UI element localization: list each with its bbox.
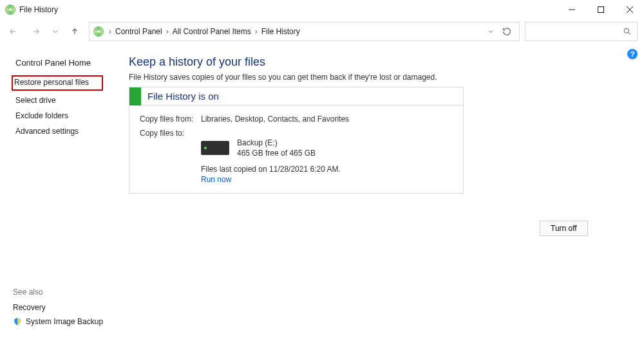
- sidebar-home[interactable]: Control Panel Home: [13, 55, 122, 70]
- drive-name: Backup (E:): [237, 138, 316, 148]
- breadcrumb-control-panel[interactable]: Control Panel: [113, 27, 165, 36]
- main-content: Keep a history of your files File Histor…: [122, 44, 644, 339]
- search-input[interactable]: [525, 22, 638, 41]
- close-button[interactable]: [615, 0, 644, 19]
- copy-to-label: Copy files to:: [140, 129, 201, 138]
- svg-point-7: [624, 28, 629, 33]
- window-title: File History: [19, 5, 58, 14]
- address-chevron-icon[interactable]: [483, 28, 498, 35]
- address-icon: [93, 26, 104, 37]
- run-now-link[interactable]: Run now: [201, 175, 453, 184]
- navigation-row: › Control Panel › All Control Panel Item…: [0, 19, 644, 44]
- up-button[interactable]: [66, 23, 84, 41]
- breadcrumb-all-items[interactable]: All Control Panel Items: [170, 27, 254, 36]
- chevron-right-icon: ›: [254, 27, 259, 36]
- forward-button[interactable]: [27, 23, 45, 41]
- page-title: Keep a history of your files: [129, 55, 629, 69]
- file-history-icon: [5, 5, 15, 15]
- minimize-button[interactable]: [557, 0, 586, 19]
- address-bar[interactable]: › Control Panel › All Control Panel Item…: [89, 22, 520, 41]
- chevron-right-icon: ›: [165, 27, 170, 36]
- breadcrumb-file-history[interactable]: File History: [259, 27, 303, 36]
- sidebar-exclude-folders[interactable]: Exclude folders: [13, 109, 122, 123]
- highlight-restore-files: Restore personal files: [12, 75, 103, 91]
- refresh-button[interactable]: [498, 27, 515, 36]
- copy-from-label: Copy files from:: [140, 115, 201, 124]
- see-also-system-image-backup[interactable]: System Image Backup: [13, 315, 103, 329]
- copy-from-value: Libraries, Desktop, Contacts, and Favori…: [201, 115, 349, 124]
- drive-icon: [201, 141, 229, 155]
- back-button[interactable]: [4, 23, 22, 41]
- see-also-recovery-label: Recovery: [13, 303, 46, 312]
- search-icon: [623, 27, 632, 36]
- page-description: File History saves copies of your files …: [129, 73, 629, 82]
- sidebar-restore-files[interactable]: Restore personal files: [14, 78, 89, 87]
- window-controls: [557, 0, 644, 19]
- recent-chevron-icon[interactable]: [50, 23, 61, 41]
- svg-line-8: [628, 32, 630, 34]
- titlebar: File History: [0, 0, 644, 19]
- see-also-title: See also: [13, 288, 103, 297]
- turn-off-button[interactable]: Turn off: [540, 221, 588, 236]
- see-also: See also Recovery System Image Backup: [13, 288, 103, 329]
- sidebar-advanced-settings[interactable]: Advanced settings: [13, 124, 122, 138]
- status-title: File History is on: [147, 91, 219, 102]
- status-on-icon: [129, 87, 141, 105]
- last-copied-text: Files last copied on 11/28/2021 6:20 AM.: [201, 165, 453, 174]
- chevron-right-icon: ›: [108, 27, 113, 36]
- sidebar-select-drive[interactable]: Select drive: [13, 93, 122, 107]
- see-also-backup-label: System Image Backup: [26, 317, 103, 326]
- maximize-button[interactable]: [586, 0, 615, 19]
- shield-icon: [13, 317, 22, 326]
- see-also-recovery[interactable]: Recovery: [13, 300, 103, 315]
- status-panel: File History is on Copy files from: Libr…: [129, 87, 464, 194]
- svg-rect-1: [598, 7, 603, 13]
- drive-free: 465 GB free of 465 GB: [237, 148, 316, 158]
